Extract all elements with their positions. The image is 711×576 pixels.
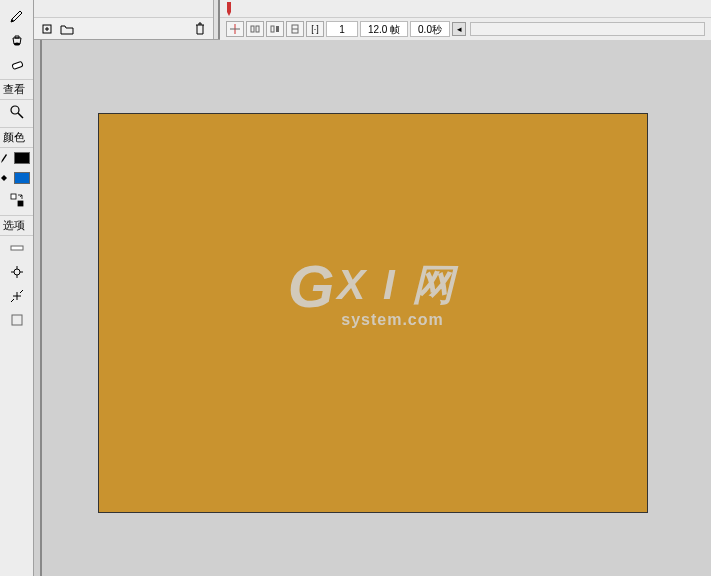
stage[interactable]: GX I 网 system.com: [98, 113, 648, 513]
stroke-pencil-icon: [0, 152, 8, 164]
zoom-tool[interactable]: [0, 100, 33, 124]
onion-icon: [250, 24, 260, 34]
pencil-tool[interactable]: [0, 4, 33, 28]
trash-icon: [194, 22, 206, 36]
onion-outline-button[interactable]: [266, 21, 284, 37]
rect-option-icon: [9, 312, 25, 328]
snap-icon: [9, 264, 25, 280]
timeline-scrollbar[interactable]: [470, 22, 705, 36]
eraser-icon: [9, 56, 25, 72]
timeline-status-bar: [·] 1 12.0 帧 0.0秒 ◂: [220, 18, 711, 40]
svg-rect-5: [18, 201, 23, 206]
layer-controls: [34, 18, 213, 40]
svg-rect-19: [251, 26, 254, 32]
marker-label: [·]: [311, 24, 319, 34]
watermark-line2: system.com: [328, 311, 458, 329]
tools-panel: 查看 颜色 选项: [0, 0, 34, 576]
elapsed-value: 0.0秒: [410, 21, 450, 37]
add-folder-icon: [60, 23, 74, 35]
workspace[interactable]: GX I 网 system.com: [34, 40, 711, 576]
add-layer-icon: [41, 23, 53, 35]
svg-point-7: [14, 269, 20, 275]
ink-bottle-icon: [9, 32, 25, 48]
layer-panel: [34, 0, 214, 39]
svg-rect-20: [256, 26, 259, 32]
svg-rect-6: [11, 246, 23, 250]
edit-frames-icon: [290, 24, 300, 34]
timeline-ruler[interactable]: [220, 0, 711, 18]
view-section-label: 查看: [0, 79, 33, 100]
eraser-tool[interactable]: [0, 52, 33, 76]
option-btn-1[interactable]: [0, 236, 33, 260]
option-btn-3[interactable]: [0, 284, 33, 308]
timeline-area: [·] 1 12.0 帧 0.0秒 ◂: [214, 0, 711, 39]
scroll-left-button[interactable]: ◂: [452, 22, 466, 36]
swap-icon: [9, 192, 25, 208]
svg-rect-21: [271, 26, 274, 32]
onion-skin-button[interactable]: [246, 21, 264, 37]
option-btn-4[interactable]: [0, 308, 33, 332]
svg-point-0: [14, 43, 20, 46]
fill-color-row[interactable]: [0, 168, 33, 188]
svg-rect-12: [12, 315, 22, 325]
svg-rect-22: [276, 26, 279, 32]
magnifier-icon: [9, 104, 25, 120]
svg-point-2: [11, 106, 19, 114]
watermark: GX I 网 system.com: [288, 257, 458, 329]
layer-header: [34, 0, 213, 18]
svg-line-3: [18, 113, 23, 118]
fps-value[interactable]: 12.0 帧: [360, 21, 408, 37]
options-section-label: 选项: [0, 215, 33, 236]
stroke-color-row[interactable]: [0, 148, 33, 168]
pencil-icon: [9, 8, 25, 24]
add-folder-button[interactable]: [60, 22, 74, 36]
swap-colors[interactable]: [0, 188, 33, 212]
main-area: [·] 1 12.0 帧 0.0秒 ◂ GX I 网 system.c: [34, 0, 711, 576]
center-icon: [230, 24, 240, 34]
svg-rect-1: [11, 61, 22, 69]
svg-rect-4: [11, 194, 16, 199]
option-icon-1: [9, 240, 25, 256]
delete-layer-button[interactable]: [193, 22, 207, 36]
onion-outline-icon: [270, 24, 280, 34]
current-frame-value[interactable]: 1: [326, 21, 358, 37]
arrow-left-icon: ◂: [457, 24, 462, 34]
top-strip: [·] 1 12.0 帧 0.0秒 ◂: [34, 0, 711, 40]
option-btn-2[interactable]: [0, 260, 33, 284]
playhead-icon[interactable]: [224, 2, 234, 16]
expand-icon: [9, 288, 25, 304]
edit-frames-button[interactable]: [286, 21, 304, 37]
fill-bucket-icon: [0, 172, 8, 184]
fill-color-swatch[interactable]: [14, 172, 30, 184]
color-section-label: 颜色: [0, 127, 33, 148]
marker-button[interactable]: [·]: [306, 21, 324, 37]
svg-rect-16: [227, 2, 231, 12]
add-layer-button[interactable]: [40, 22, 54, 36]
ink-bottle-tool[interactable]: [0, 28, 33, 52]
center-frame-button[interactable]: [226, 21, 244, 37]
watermark-line1: GX I 网: [288, 257, 458, 317]
stroke-color-swatch[interactable]: [14, 152, 30, 164]
